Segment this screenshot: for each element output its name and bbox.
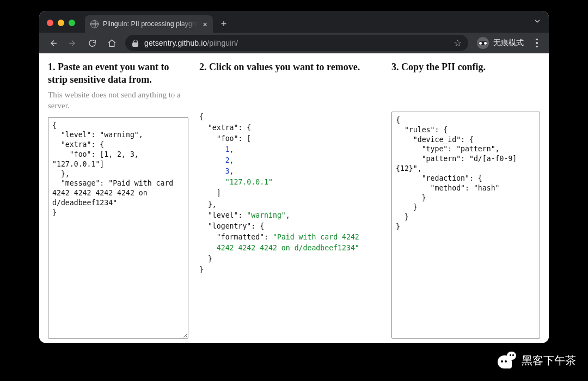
browser-window: Piinguin: PII processing playgro × + get… — [39, 11, 549, 343]
json-value[interactable]: "warning" — [247, 211, 285, 219]
new-tab-button[interactable]: + — [217, 17, 231, 31]
json-preview[interactable]: { "extra": { "foo": [ 1, 2, 3, "127.0.0.… — [199, 77, 381, 275]
incognito-indicator[interactable]: 无痕模式 — [477, 37, 524, 49]
forward-button[interactable] — [64, 35, 81, 51]
watermark: 黑客下午茶 — [498, 352, 576, 369]
wechat-icon — [498, 352, 516, 369]
window-controls — [47, 20, 75, 26]
home-button[interactable] — [103, 35, 120, 51]
close-window-button[interactable] — [47, 20, 53, 26]
column-preview: 2. Click on values you want to remove. {… — [194, 61, 386, 339]
toolbar: getsentry.github.io/piinguin/ ☆ 无痕模式 — [39, 33, 549, 53]
minimize-window-button[interactable] — [58, 20, 64, 26]
column-input: 1. Paste an event you want to strip sens… — [42, 61, 194, 339]
browser-tab[interactable]: Piinguin: PII processing playgro × — [85, 15, 213, 33]
incognito-label: 无痕模式 — [493, 38, 524, 48]
maximize-window-button[interactable] — [69, 20, 75, 26]
globe-icon — [90, 20, 99, 28]
browser-menu-button[interactable] — [530, 39, 543, 48]
json-value[interactable]: "Paid with card 4242 — [273, 233, 359, 241]
event-json-textarea[interactable] — [48, 117, 188, 339]
watermark-text: 黑客下午茶 — [522, 353, 576, 368]
json-value[interactable]: 1 — [225, 145, 230, 153]
col1-subtitle: This website does not send anything to a… — [48, 89, 188, 112]
json-value[interactable]: 2 — [225, 156, 230, 164]
incognito-icon — [477, 37, 489, 49]
pii-config-textarea[interactable] — [391, 112, 540, 339]
tabs-dropdown-button[interactable] — [534, 17, 541, 27]
bookmark-star-icon[interactable]: ☆ — [454, 38, 462, 49]
address-bar[interactable]: getsentry.github.io/piinguin/ ☆ — [125, 35, 468, 51]
col1-heading: 1. Paste an event you want to strip sens… — [48, 61, 188, 86]
column-output: 3. Copy the PII config. — [386, 61, 546, 339]
tab-title: Piinguin: PII processing playgro — [103, 20, 198, 28]
url-text: getsentry.github.io/piinguin/ — [144, 39, 448, 47]
close-tab-button[interactable]: × — [203, 20, 207, 29]
reload-button[interactable] — [84, 35, 100, 51]
json-value[interactable]: 3 — [225, 167, 230, 175]
back-button[interactable] — [45, 35, 61, 51]
json-value[interactable]: "127.0.0.1" — [225, 178, 273, 186]
col2-heading: 2. Click on values you want to remove. — [199, 61, 381, 73]
page-content: 1. Paste an event you want to strip sens… — [39, 53, 549, 343]
col3-heading: 3. Copy the PII config. — [391, 61, 540, 73]
lock-icon — [132, 40, 139, 47]
tab-strip: Piinguin: PII processing playgro × + — [39, 11, 549, 33]
